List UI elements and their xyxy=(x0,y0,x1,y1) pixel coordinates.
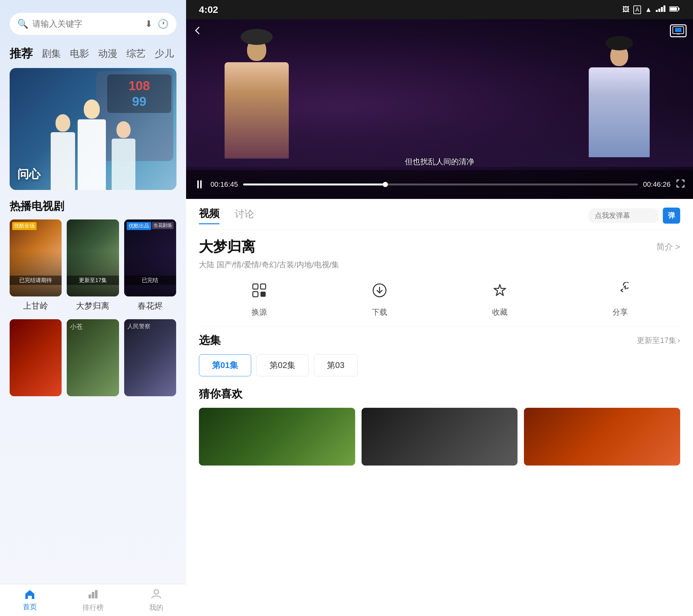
nav-mine[interactable]: 我的 xyxy=(149,588,163,613)
svg-rect-9 xyxy=(678,8,679,10)
tab-discussion[interactable]: 讨论 xyxy=(235,207,254,223)
show-card-dameng[interactable]: 更新至17集 大梦归离 xyxy=(67,219,119,312)
status-time: 4:02 xyxy=(199,4,218,15)
video-controls: ⏸ 00:16:45 00:46:26 xyxy=(186,170,693,199)
drama-title: 大梦归离 xyxy=(199,237,255,256)
tab-kids[interactable]: 少儿 xyxy=(155,46,174,62)
tab-variety[interactable]: 综艺 xyxy=(126,46,146,62)
time-total: 00:46:26 xyxy=(643,180,671,188)
tv-icon[interactable] xyxy=(670,24,687,37)
show-card-r2-3[interactable]: 人民警察 xyxy=(124,319,176,396)
battery-icon xyxy=(669,5,680,14)
show-card-r2-bg-1 xyxy=(9,319,62,396)
nav-home-label: 首页 xyxy=(23,602,37,612)
rec-card-2[interactable] xyxy=(361,408,518,465)
episode-list: 第01集 第02集 第03 xyxy=(199,354,680,376)
episode-header: 选集 更新至17集 › xyxy=(199,333,680,348)
nav-tabs: 推荐 剧集 电影 动漫 综艺 少儿 xyxy=(0,41,186,68)
episode-btn-3[interactable]: 第03 xyxy=(314,354,358,376)
status-bar: 4:02 🖼 A ▲ xyxy=(186,0,693,19)
time-current: 00:16:45 xyxy=(211,180,238,188)
danmu-button[interactable]: 弹 xyxy=(663,207,680,224)
card-title-1: 上甘岭 xyxy=(9,300,62,312)
nav-ranking-label: 排行榜 xyxy=(82,603,104,613)
svg-rect-2 xyxy=(95,590,98,598)
video-player[interactable]: 但也扰乱人间的清净 ⏸ 00:16:45 00:46:26 xyxy=(186,19,693,199)
search-icon: 🔍 xyxy=(17,19,28,29)
episode-update[interactable]: 更新至17集 › xyxy=(637,335,680,345)
nav-home[interactable]: 首页 xyxy=(23,589,37,612)
bottom-nav: 首页 排行榜 我的 xyxy=(0,584,186,616)
show-cards-row1: 优酷全场 已完结请期待 上甘岭 更新至17集 大梦归离 优酷出品 生花剧场 已完… xyxy=(0,219,186,312)
show-card-chunhua[interactable]: 优酷出品 生花剧场 已完结 春花烬 xyxy=(124,219,176,312)
show-card-bg-1: 优酷全场 已完结请期待 xyxy=(9,219,62,296)
video-subtitle: 但也扰乱人间的清净 xyxy=(405,157,474,167)
action-btn-collect[interactable]: 收藏 xyxy=(487,278,513,317)
show-cards-row2: 小苍 人民警察 xyxy=(0,319,186,396)
svg-rect-6 xyxy=(661,7,663,12)
show-card-shanggaling[interactable]: 优酷全场 已完结请期待 上甘岭 xyxy=(9,219,62,312)
danmu-input[interactable] xyxy=(589,208,659,223)
history-icon[interactable]: 🕐 xyxy=(158,19,169,29)
keyboard-icon: A xyxy=(633,5,641,14)
card-title-3: 春花烬 xyxy=(124,300,176,312)
drama-title-row: 大梦归离 简介 > xyxy=(199,237,680,256)
action-btn-share[interactable]: 分享 xyxy=(607,278,633,317)
content-area: 视频 讨论 弹 大梦归离 简介 > 大陆 国产/情/爱情/奇幻/古装/内地/电视… xyxy=(186,199,693,616)
tab-movies[interactable]: 电影 xyxy=(70,46,89,62)
collect-label: 收藏 xyxy=(492,307,508,317)
notification-icon: 🖼 xyxy=(622,5,630,14)
show-card-r2-2[interactable]: 小苍 xyxy=(67,319,119,396)
chevron-right-icon: › xyxy=(678,336,680,345)
tab-anime[interactable]: 动漫 xyxy=(98,46,117,62)
action-btn-download[interactable]: 下载 xyxy=(367,278,392,317)
left-panel: 🔍 ⬇ 🕐 推荐 剧集 电影 动漫 综艺 少儿 xyxy=(0,0,186,616)
share-icon xyxy=(607,278,633,303)
search-input[interactable] xyxy=(33,19,141,29)
episode-update-text: 更新至17集 xyxy=(637,335,676,345)
search-bar: 🔍 ⬇ 🕐 xyxy=(9,13,176,35)
rec-card-1[interactable] xyxy=(199,408,355,465)
tab-video[interactable]: 视频 xyxy=(199,206,219,224)
back-button[interactable] xyxy=(193,26,202,38)
fullscreen-button[interactable] xyxy=(676,179,685,191)
svg-rect-12 xyxy=(675,28,681,32)
hero-title: 问心 xyxy=(17,166,40,182)
action-btn-source[interactable]: 换源 xyxy=(246,278,272,317)
download-icon xyxy=(367,278,392,303)
svg-rect-4 xyxy=(656,10,658,12)
source-label: 换源 xyxy=(252,307,267,317)
episode-btn-1[interactable]: 第01集 xyxy=(199,354,251,376)
tab-series[interactable]: 剧集 xyxy=(42,46,61,62)
nav-ranking[interactable]: 排行榜 xyxy=(82,588,104,613)
right-panel: 4:02 🖼 A ▲ xyxy=(186,0,693,616)
drama-intro-btn[interactable]: 简介 > xyxy=(656,241,680,253)
search-actions: ⬇ 🕐 xyxy=(145,19,169,29)
episode-btn-2[interactable]: 第02集 xyxy=(256,354,309,376)
svg-rect-15 xyxy=(260,284,266,289)
ranking-icon xyxy=(87,588,99,601)
show-card-r2-1[interactable] xyxy=(9,319,62,396)
svg-rect-0 xyxy=(88,595,91,598)
mine-icon xyxy=(151,588,162,601)
download-icon[interactable]: ⬇ xyxy=(145,19,152,29)
recommend-cards xyxy=(199,408,680,465)
download-label: 下载 xyxy=(372,307,387,317)
content-tabs: 视频 讨论 弹 xyxy=(199,199,680,230)
svg-rect-7 xyxy=(664,5,666,12)
source-icon xyxy=(246,278,272,303)
show-card-bg-2: 更新至17集 xyxy=(67,219,119,296)
show-card-bg-3: 优酷出品 生花剧场 已完结 xyxy=(124,219,176,296)
drama-tags: 大陆 国产/情/爱情/奇幻/古装/内地/电视/集 xyxy=(199,260,680,270)
status-icons: 🖼 A ▲ xyxy=(622,5,680,14)
rec-card-3[interactable] xyxy=(524,408,680,465)
home-icon xyxy=(24,589,36,600)
pause-button[interactable]: ⏸ xyxy=(194,178,205,191)
svg-rect-1 xyxy=(92,592,94,598)
tab-recommend[interactable]: 推荐 xyxy=(9,45,33,63)
signal-icon xyxy=(656,5,666,14)
svg-rect-14 xyxy=(253,284,258,289)
hero-banner[interactable]: 108 99 问心 xyxy=(9,68,176,190)
progress-bar[interactable] xyxy=(243,183,638,185)
show-card-r2-bg-2: 小苍 xyxy=(67,319,119,396)
